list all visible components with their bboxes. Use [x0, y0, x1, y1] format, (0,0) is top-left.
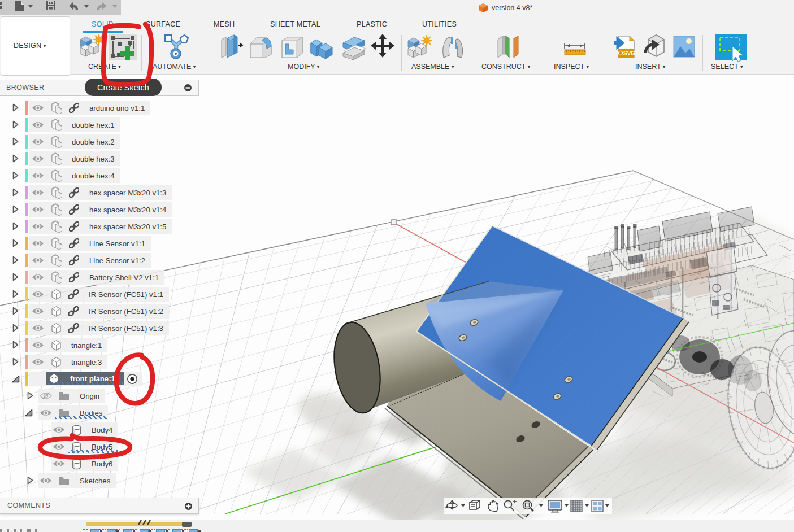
svg-text:SVG: SVG	[623, 50, 635, 56]
